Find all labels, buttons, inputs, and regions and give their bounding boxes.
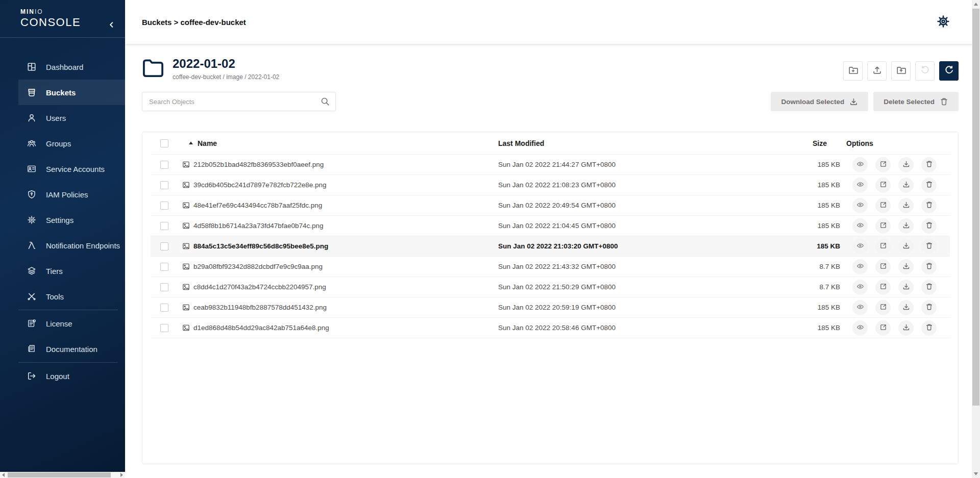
row-trash-button[interactable]: [921, 178, 937, 193]
object-name[interactable]: 884a5c13c5e34eff89c56d8c95bee8e5.png: [193, 242, 328, 250]
table-row[interactable]: 212b052b1bad482fb8369533ebf0aeef.pngSun …: [151, 155, 950, 175]
sidebar-item-tools[interactable]: Tools: [0, 284, 125, 309]
row-checkbox[interactable]: [160, 181, 168, 189]
object-path-breadcrumb[interactable]: coffee-dev-bucket / image / 2022-01-02: [173, 73, 279, 81]
row-download-button[interactable]: [898, 280, 914, 295]
object-name[interactable]: c8dd4c1d270f43a2b4724ccbb2204957.png: [193, 283, 326, 291]
row-share-button[interactable]: [875, 300, 891, 315]
row-eye-button[interactable]: [852, 218, 868, 234]
sidebar-item-documentation[interactable]: Documentation: [0, 336, 125, 362]
refresh-button[interactable]: [939, 61, 959, 81]
row-share-button[interactable]: [875, 320, 891, 336]
sidebar-collapse-button[interactable]: [106, 19, 117, 30]
object-name[interactable]: 39cd6b405bc241d7897e782fcb722e8e.png: [193, 181, 327, 189]
search-input[interactable]: [142, 92, 336, 111]
scroll-up-arrow-icon[interactable]: [974, 3, 978, 6]
row-share-button[interactable]: [875, 239, 891, 254]
column-header-name[interactable]: Name: [198, 139, 217, 147]
row-download-button[interactable]: [898, 218, 914, 234]
sidebar-item-settings[interactable]: Settings: [0, 207, 125, 233]
sidebar-horizontal-scrollbar[interactable]: [0, 472, 125, 478]
object-name[interactable]: 212b052b1bad482fb8369533ebf0aeef.png: [193, 161, 324, 168]
row-share-button[interactable]: [875, 280, 891, 295]
sidebar-item-groups[interactable]: Groups: [0, 131, 125, 156]
column-header-last-modified[interactable]: Last Modified: [498, 139, 784, 147]
scroll-right-arrow-icon[interactable]: [120, 473, 123, 477]
object-name[interactable]: ceab9832b11948bfb2887578dd451432.png: [193, 304, 327, 311]
row-download-button[interactable]: [898, 300, 914, 315]
row-eye-button[interactable]: [852, 198, 868, 213]
scroll-down-arrow-icon[interactable]: [974, 472, 978, 475]
horizontal-scroll-track[interactable]: [7, 472, 118, 478]
select-all-checkbox[interactable]: [160, 139, 168, 147]
sidebar-item-dashboard[interactable]: Dashboard: [0, 54, 125, 80]
row-checkbox[interactable]: [160, 202, 168, 210]
row-trash-button[interactable]: [921, 320, 937, 336]
table-row[interactable]: 884a5c13c5e34eff89c56d8c95bee8e5.pngSun …: [151, 236, 950, 257]
row-eye-button[interactable]: [852, 157, 868, 172]
row-download-button[interactable]: [898, 259, 914, 274]
row-trash-button[interactable]: [921, 280, 937, 295]
table-row[interactable]: 4d58f8b1b6714a23a73fd47bfae0b74c.pngSun …: [151, 216, 950, 236]
row-trash-button[interactable]: [921, 157, 937, 172]
table-row[interactable]: 39cd6b405bc241d7897e782fcb722e8e.pngSun …: [151, 175, 950, 195]
table-row[interactable]: b29a08fbf92342d882dcbdf7e9c9c9aa.pngSun …: [151, 257, 950, 277]
row-share-button[interactable]: [875, 198, 891, 213]
table-row[interactable]: d1ed868d48b54dd29ac842ab751a64e8.pngSun …: [151, 318, 950, 338]
row-share-button[interactable]: [875, 178, 891, 193]
table-row[interactable]: 48e41ef7e69c443494cc78b7aaf25fdc.pngSun …: [151, 195, 950, 216]
upload-file-button[interactable]: [867, 61, 887, 81]
sidebar-item-notification-endpoints[interactable]: Notification Endpoints: [0, 233, 125, 258]
vertical-scrollbar[interactable]: [972, 0, 980, 478]
horizontal-scroll-thumb[interactable]: [8, 472, 111, 477]
sidebar-item-buckets[interactable]: Buckets: [18, 80, 125, 105]
sidebar-item-license[interactable]: License: [0, 311, 125, 336]
upload-folder-button[interactable]: [891, 61, 911, 81]
row-checkbox[interactable]: [160, 283, 168, 291]
row-eye-button[interactable]: [852, 239, 868, 254]
row-download-button[interactable]: [898, 178, 914, 193]
table-row[interactable]: ceab9832b11948bfb2887578dd451432.pngSun …: [151, 297, 950, 318]
sort-asc-icon[interactable]: [188, 141, 193, 146]
table-row[interactable]: c8dd4c1d270f43a2b4724ccbb2204957.pngSun …: [151, 277, 950, 297]
sidebar-item-iam-policies[interactable]: IAM Policies: [0, 182, 125, 207]
row-checkbox[interactable]: [160, 222, 168, 230]
row-trash-button[interactable]: [921, 198, 937, 213]
row-eye-button[interactable]: [852, 178, 868, 193]
download-selected-button[interactable]: Download Selected: [771, 92, 868, 111]
vertical-scroll-thumb[interactable]: [972, 9, 979, 406]
sidebar-item-users[interactable]: Users: [0, 105, 125, 131]
row-trash-button[interactable]: [921, 259, 937, 274]
row-eye-button[interactable]: [852, 300, 868, 315]
row-checkbox[interactable]: [160, 263, 168, 271]
row-trash-button[interactable]: [921, 300, 937, 315]
column-header-size[interactable]: Size: [784, 139, 840, 147]
object-name[interactable]: d1ed868d48b54dd29ac842ab751a64e8.png: [193, 324, 329, 332]
new-path-button[interactable]: [843, 61, 863, 81]
object-name[interactable]: 4d58f8b1b6714a23a73fd47bfae0b74c.png: [193, 222, 324, 230]
row-download-button[interactable]: [898, 239, 914, 254]
row-share-button[interactable]: [875, 218, 891, 234]
sidebar-item-tiers[interactable]: Tiers: [0, 258, 125, 284]
row-share-button[interactable]: [875, 157, 891, 172]
sidebar-item-logout[interactable]: Logout: [0, 363, 125, 389]
scroll-left-arrow-icon[interactable]: [2, 473, 5, 477]
row-checkbox[interactable]: [160, 304, 168, 312]
row-download-button[interactable]: [898, 320, 914, 336]
delete-selected-button[interactable]: Delete Selected: [873, 92, 959, 111]
sidebar-item-service-accounts[interactable]: Service Accounts: [0, 156, 125, 182]
row-eye-button[interactable]: [852, 280, 868, 295]
row-checkbox[interactable]: [160, 161, 168, 169]
row-checkbox[interactable]: [160, 242, 168, 250]
object-name[interactable]: b29a08fbf92342d882dcbdf7e9c9c9aa.png: [193, 263, 323, 270]
row-checkbox[interactable]: [160, 324, 168, 332]
object-name[interactable]: 48e41ef7e69c443494cc78b7aaf25fdc.png: [193, 202, 322, 209]
row-trash-button[interactable]: [921, 239, 937, 254]
row-download-button[interactable]: [898, 157, 914, 172]
row-eye-button[interactable]: [852, 259, 868, 274]
row-eye-button[interactable]: [852, 320, 868, 336]
row-trash-button[interactable]: [921, 218, 937, 234]
row-share-button[interactable]: [875, 259, 891, 274]
settings-gear-button[interactable]: [936, 15, 950, 29]
row-download-button[interactable]: [898, 198, 914, 213]
